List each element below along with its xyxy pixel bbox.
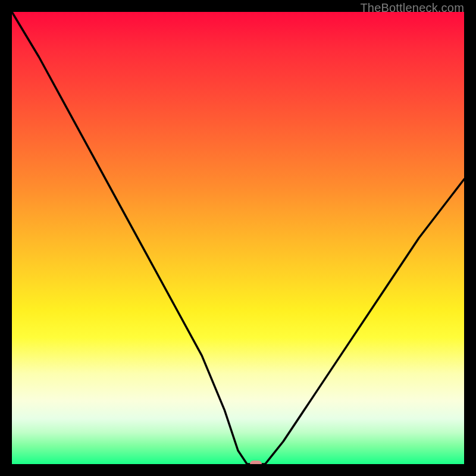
minimum-marker: [250, 461, 262, 464]
bottleneck-curve-path: [12, 12, 464, 464]
curve-svg: [12, 12, 464, 464]
plot-area: [12, 12, 464, 464]
